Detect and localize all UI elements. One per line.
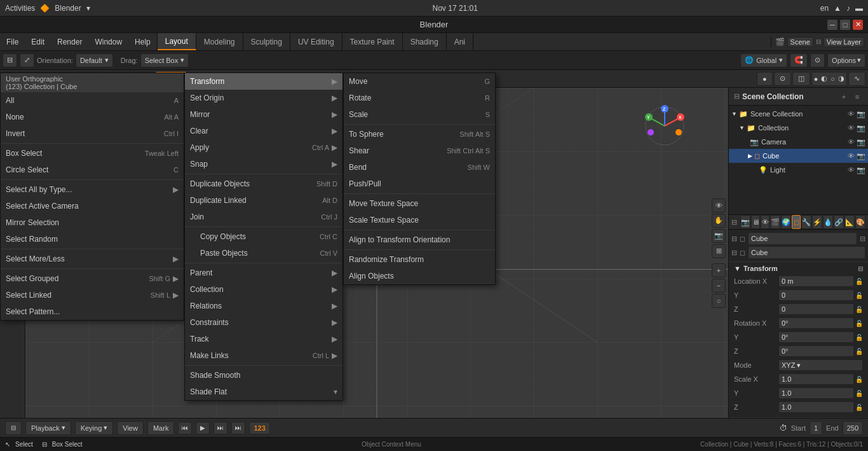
render-menu[interactable]: Render	[51, 33, 88, 50]
start-frame-input[interactable]: 1	[810, 421, 822, 435]
rotation-z-lock[interactable]: 🔓	[855, 348, 863, 355]
scene-props-icon[interactable]: 🎬	[770, 215, 780, 229]
output-props-icon[interactable]: 🖥	[751, 215, 760, 229]
current-frame-display[interactable]: 123	[249, 422, 269, 434]
rotation-x-lock[interactable]: 🔓	[855, 320, 863, 327]
drag-dropdown[interactable]: Select Box ▾	[140, 53, 189, 67]
playback-menu-btn[interactable]: Playback ▾	[25, 421, 71, 435]
world-props-icon[interactable]: 🌍	[781, 215, 791, 229]
location-z-value[interactable]: 0	[778, 303, 854, 315]
scale-x-value[interactable]: 1.0	[778, 373, 854, 385]
shade-flat-item[interactable]: Shade Flat ▾	[185, 384, 342, 400]
select-random-item[interactable]: Select Random	[1, 231, 184, 247]
transform-item[interactable]: Transform ▶	[185, 73, 342, 90]
window-menu[interactable]: Window	[88, 33, 128, 50]
clear-item[interactable]: Clear ▶	[185, 123, 342, 139]
track-item[interactable]: Track ▶	[185, 331, 342, 347]
rotation-y-lock[interactable]: 🔓	[855, 334, 863, 341]
view-zoom-btn[interactable]: 👁	[712, 198, 726, 212]
relations-item[interactable]: Relations ▶	[185, 298, 342, 314]
grid-viewport-btn[interactable]: ⊞	[712, 244, 726, 258]
select-circle-item[interactable]: Circle Select C	[1, 162, 184, 178]
select-all-item[interactable]: All A	[1, 92, 184, 109]
move-texture-space-item[interactable]: Move Texture Space	[344, 195, 495, 212]
help-menu[interactable]: Help	[128, 33, 157, 50]
data-props-icon[interactable]: 📐	[844, 215, 855, 229]
physics-props-icon[interactable]: 💧	[823, 215, 833, 229]
outliner-filter-btn[interactable]: ≡	[851, 91, 863, 102]
rotation-mode-dropdown[interactable]: XYZ ▾	[778, 359, 863, 371]
gizmo-btn[interactable]: ∿	[848, 72, 865, 86]
orientation-dropdown[interactable]: Default ▾	[76, 53, 113, 67]
camera-viewport-btn[interactable]: 📷	[712, 229, 726, 243]
data-name-input[interactable]	[748, 246, 865, 259]
select-pattern-item[interactable]: Select Pattern...	[1, 303, 184, 320]
select-grouped-item[interactable]: Select Grouped Shift G ▶	[1, 270, 184, 287]
align-objects-item[interactable]: Align Objects	[344, 268, 495, 284]
tab-modeling[interactable]: Modeling	[196, 33, 243, 50]
jump-end-btn[interactable]: ⏭	[214, 422, 227, 434]
tab-shading[interactable]: Shading	[403, 33, 447, 50]
edit-menu[interactable]: Edit	[25, 33, 51, 50]
shading-solid[interactable]: ●	[813, 75, 820, 83]
snap-item[interactable]: Snap ▶	[185, 156, 342, 172]
loop-btn[interactable]: ⏭	[231, 422, 245, 434]
keying-menu-btn[interactable]: Keying ▾	[75, 421, 114, 435]
duplicate-linked-item[interactable]: Duplicate Linked Alt D	[185, 192, 342, 209]
close-button[interactable]: ✕	[853, 20, 863, 30]
select-more-less-item[interactable]: Select More/Less ▶	[1, 251, 184, 267]
viewport-gizmo[interactable]: Z X Y	[639, 101, 690, 151]
move-item[interactable]: Move G	[344, 73, 495, 90]
minimize-button[interactable]: ─	[827, 20, 837, 30]
outliner-camera[interactable]: 📷 Camera 👁 📷	[729, 135, 868, 149]
object-props-icon[interactable]: ◻	[792, 215, 801, 229]
constraints-props-icon[interactable]: 🔗	[834, 215, 844, 229]
mode-icon-btn[interactable]: ⊟	[3, 53, 17, 67]
object-name-input[interactable]	[748, 232, 857, 245]
render-props-icon[interactable]: 📷	[740, 215, 750, 229]
scale-y-value[interactable]: 1.0	[778, 387, 854, 399]
select-none-item[interactable]: None Alt A	[1, 109, 184, 125]
file-menu[interactable]: File	[0, 33, 25, 50]
select-linked-item[interactable]: Select Linked Shift L ▶	[1, 287, 184, 303]
outliner-add-btn[interactable]: +	[838, 91, 850, 102]
zoom-fit-btn[interactable]: ○	[712, 294, 726, 308]
paste-objects-item[interactable]: Paste Objects Ctrl V	[185, 245, 342, 261]
rotation-z-value[interactable]: 0°	[778, 345, 854, 357]
set-origin-item[interactable]: Set Origin ▶	[185, 90, 342, 106]
modifier-props-icon[interactable]: 🔧	[801, 215, 811, 229]
tab-texture-paint[interactable]: Texture Paint	[342, 33, 403, 50]
proportional-btn[interactable]: ⊙	[810, 53, 825, 67]
collection-item[interactable]: Collection ▶	[185, 281, 342, 298]
hand-btn[interactable]: ✋	[712, 214, 726, 228]
status-box-select-icon[interactable]: ⊟	[42, 441, 47, 448]
shear-item[interactable]: Shear Shift Ctrl Alt S	[344, 142, 495, 159]
material-props-icon[interactable]: 🎨	[855, 215, 865, 229]
outliner-light[interactable]: 💡 Light 👁 📷	[729, 163, 868, 177]
location-y-value[interactable]: 0	[778, 289, 854, 301]
push-pull-item[interactable]: Push/Pull	[344, 176, 495, 192]
scale-x-lock[interactable]: 🔓	[855, 376, 863, 383]
select-box-item[interactable]: Box Select Tweak Left	[1, 145, 184, 162]
zoom-in-btn[interactable]: +	[712, 263, 726, 277]
location-y-lock[interactable]: 🔓	[855, 292, 863, 299]
randomize-transform-item[interactable]: Randomize Transform	[344, 251, 495, 268]
shading-texture[interactable]: ◑	[837, 74, 846, 83]
view-props-icon[interactable]: 👁	[761, 215, 770, 229]
location-x-value[interactable]: 0 m	[778, 275, 854, 287]
play-btn[interactable]: ▶	[196, 422, 210, 434]
outliner-scene-collection[interactable]: ▼ 📁 Scene Collection 👁 📷	[729, 107, 868, 121]
tab-animation[interactable]: Ani	[447, 33, 473, 50]
scale-y-lock[interactable]: 🔓	[855, 390, 863, 397]
xray-btn[interactable]: ◫	[792, 72, 810, 86]
zoom-out-btn[interactable]: −	[712, 279, 726, 293]
constraints-item[interactable]: Constraints ▶	[185, 314, 342, 331]
duplicate-objects-item[interactable]: Duplicate Objects Shift D	[185, 176, 342, 192]
select-all-by-type-item[interactable]: Select All by Type... ▶	[1, 181, 184, 198]
scale-z-value[interactable]: 1.0	[778, 401, 854, 413]
outliner-collection[interactable]: ▼ 📁 Collection 👁 📷	[729, 121, 868, 135]
shading-rendered[interactable]: ○	[829, 75, 836, 83]
make-links-item[interactable]: Make Links Ctrl L ▶	[185, 347, 342, 364]
shading-material[interactable]: ◐	[820, 74, 829, 83]
mirror-item[interactable]: Mirror ▶	[185, 106, 342, 123]
